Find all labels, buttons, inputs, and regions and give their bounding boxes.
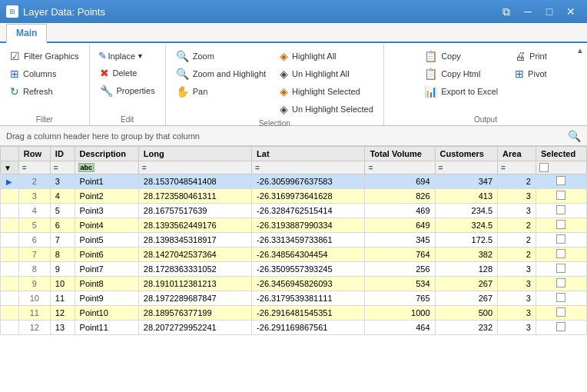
zoom-highlight-button[interactable]: 🔍 Zoom and Highlight	[171, 65, 271, 82]
data-table-wrapper[interactable]: Row ID Description Long Lat Total Volume…	[0, 146, 587, 392]
row-arrow-cell	[1, 204, 19, 218]
long-cell: 28.1427042537364	[138, 247, 251, 262]
restore-window-button[interactable]: ⧉	[496, 4, 516, 19]
description-cell: Point3	[75, 204, 138, 218]
minimize-button[interactable]: ─	[518, 4, 538, 19]
filter-cell-funnel[interactable]: ▼	[1, 161, 19, 174]
un-highlight-all-button[interactable]: ◈ Un Highlight All	[274, 65, 379, 82]
print-button[interactable]: 🖨 Print	[509, 48, 552, 65]
zoom-button[interactable]: 🔍 Zoom	[171, 48, 271, 65]
un-highlight-selected-button[interactable]: ◈ Un Highlight Selected	[274, 101, 379, 118]
selected-cell[interactable]	[536, 262, 586, 277]
export-excel-button[interactable]: 📊 Export to Excel	[419, 83, 503, 100]
selected-cell[interactable]	[536, 321, 586, 335]
description-cell: Point11	[75, 321, 138, 335]
col-header-total-volume[interactable]: Total Volume	[365, 147, 435, 161]
selected-cell[interactable]	[536, 277, 586, 291]
col-header-lat[interactable]: Lat	[252, 147, 365, 161]
table-row[interactable]: 34Point228.1723580461311-26.316997364162…	[1, 189, 587, 204]
id-cell: 11	[50, 291, 75, 306]
table-row[interactable]: 67Point528.1398345318917-26.331345973386…	[1, 233, 587, 247]
inplace-button[interactable]: ✎ Inplace ▼	[95, 48, 161, 64]
checkbox-icon: ☑	[10, 50, 20, 62]
row-checkbox[interactable]	[556, 322, 565, 331]
edit-group-label: Edit	[121, 114, 134, 124]
col-header-area[interactable]: Area	[498, 147, 536, 161]
close-button[interactable]: ✕	[561, 4, 581, 19]
selected-cell[interactable]	[536, 247, 586, 262]
search-button[interactable]: 🔍	[568, 130, 581, 142]
table-row[interactable]: 1213Point1128.2072729952241-26.291169867…	[1, 321, 587, 335]
id-cell: 3	[50, 174, 75, 189]
highlight-selected-button[interactable]: ◈ Highlight Selected	[274, 83, 379, 100]
volume-cell: 1000	[365, 306, 435, 321]
row-checkbox[interactable]	[556, 293, 565, 302]
area-cell: 2	[498, 174, 536, 189]
table-row[interactable]: 910Point828.1910112381213-26.34569458260…	[1, 277, 587, 291]
output-group-label: Output	[474, 114, 497, 124]
table-row[interactable]: 89Point728.1728363331052-26.350955739324…	[1, 262, 587, 277]
col-header-long[interactable]: Long	[138, 147, 251, 161]
row-checkbox[interactable]	[556, 249, 565, 258]
copy-button[interactable]: 📋 Copy	[419, 48, 503, 65]
row-checkbox[interactable]	[556, 278, 565, 287]
selected-cell[interactable]	[536, 189, 586, 204]
row-number-cell: 3	[18, 189, 50, 204]
group-hint-bar: Drag a column header here to group by th…	[0, 126, 587, 146]
selected-cell[interactable]	[536, 204, 586, 218]
row-checkbox[interactable]	[556, 234, 565, 244]
table-row[interactable]: 45Point328.16757517639-26.32847625154144…	[1, 204, 587, 218]
table-row[interactable]: ▶23Point128.1537048541408-26.30599676375…	[1, 174, 587, 189]
row-number-cell: 12	[18, 321, 50, 335]
export-excel-icon: 📊	[424, 85, 437, 98]
maximize-button[interactable]: □	[539, 4, 559, 19]
id-cell: 10	[50, 277, 75, 291]
col-header-description[interactable]: Description	[75, 147, 138, 161]
ribbon-collapse-button[interactable]: ▲	[575, 45, 585, 56]
selected-cell[interactable]	[536, 233, 586, 247]
row-checkbox[interactable]	[556, 220, 565, 229]
selected-cell[interactable]	[536, 218, 586, 233]
tab-main[interactable]: Main	[6, 24, 47, 43]
filter-cell-vol: =	[365, 161, 435, 174]
table-row[interactable]: 78Point628.1427042537364-26.348564304454…	[1, 247, 587, 262]
delete-button[interactable]: ✖ Delete	[95, 65, 161, 81]
pan-button[interactable]: ✋ Pan	[171, 83, 271, 100]
table-row[interactable]: 1011Point928.1972289687847-26.3179539381…	[1, 291, 587, 306]
col-header-row[interactable]: Row	[18, 147, 50, 161]
row-checkbox[interactable]	[556, 264, 565, 273]
highlight-all-button[interactable]: ◈ Highlight All	[274, 48, 379, 65]
long-cell: 28.1537048541408	[138, 174, 251, 189]
volume-cell: 464	[365, 321, 435, 335]
table-row[interactable]: 56Point428.1393562449176-26.319388799033…	[1, 218, 587, 233]
filter-graphics-button[interactable]: ☑ Filter Graphics	[5, 48, 85, 65]
columns-button[interactable]: ⊞ Columns	[5, 65, 85, 82]
long-cell: 28.1393562449176	[138, 218, 251, 233]
refresh-button[interactable]: ↻ Refresh	[5, 83, 85, 100]
filter-cell-long: =	[138, 161, 251, 174]
customers-cell: 324.5	[435, 218, 498, 233]
long-cell: 28.1972289687847	[138, 291, 251, 306]
col-header-id[interactable]: ID	[50, 147, 75, 161]
description-cell: Point4	[75, 218, 138, 233]
copy-html-button[interactable]: 📋 Copy Html	[419, 65, 503, 82]
volume-cell: 649	[365, 218, 435, 233]
selected-cell[interactable]	[536, 306, 586, 321]
row-checkbox[interactable]	[556, 191, 565, 200]
col-header-selected[interactable]: Selected	[536, 147, 586, 161]
col-header-customers[interactable]: Customers	[435, 147, 498, 161]
selected-cell[interactable]	[536, 291, 586, 306]
row-checkbox[interactable]	[556, 176, 565, 185]
table-header-row: Row ID Description Long Lat Total Volume…	[1, 147, 587, 161]
pivot-button[interactable]: ⊞ Pivot	[509, 65, 552, 82]
filter-selected-checkbox[interactable]	[539, 163, 549, 172]
filter-group-label: Filter	[36, 114, 53, 124]
pan-icon: ✋	[176, 85, 189, 98]
long-cell: 28.1723580461311	[138, 189, 251, 204]
row-checkbox[interactable]	[556, 307, 565, 317]
row-checkbox[interactable]	[556, 205, 565, 214]
window-title: Layer Data: Points	[23, 6, 105, 18]
selected-cell[interactable]	[536, 174, 586, 189]
properties-button[interactable]: 🔧 Properties	[95, 82, 161, 99]
table-row[interactable]: 1112Point1028.189576377199-26.2916481545…	[1, 306, 587, 321]
